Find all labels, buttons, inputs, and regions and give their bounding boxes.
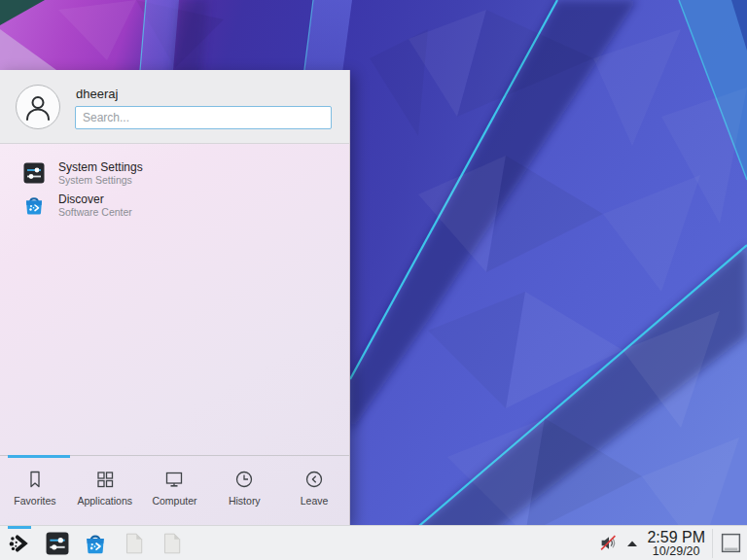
launcher-header: dheeraj xyxy=(0,70,349,144)
system-settings-icon xyxy=(23,162,45,184)
taskbar-system-settings-button[interactable] xyxy=(38,526,76,560)
system-tray xyxy=(599,534,638,552)
tab-label: Favorites xyxy=(14,495,55,507)
app-subtitle: Software Center xyxy=(58,206,132,218)
tab-label: Applications xyxy=(77,495,132,507)
launcher-results-list: System Settings System Settings xyxy=(0,144,349,455)
kickoff-icon xyxy=(8,532,31,555)
bookmark-icon xyxy=(24,469,46,490)
tab-label: Computer xyxy=(152,495,196,507)
search-input[interactable] xyxy=(75,106,332,129)
tray-expander-chevron-up-icon[interactable] xyxy=(626,540,638,547)
application-launcher-menu: dheeraj System Settings System xyxy=(0,70,350,525)
monitor-icon xyxy=(163,469,185,490)
user-icon xyxy=(22,91,53,122)
clock-icon xyxy=(233,469,255,490)
tab-label: History xyxy=(229,495,261,507)
system-settings-icon xyxy=(46,532,69,555)
app-grid-icon xyxy=(94,469,116,490)
app-title: System Settings xyxy=(58,160,143,174)
panel-divider xyxy=(712,529,713,558)
tab-label: Leave xyxy=(301,495,329,507)
tab-computer[interactable]: Computer xyxy=(140,456,210,525)
digital-clock[interactable]: 2:59 PM 10/29/20 xyxy=(647,529,705,558)
tab-favorites[interactable]: Favorites xyxy=(0,456,70,525)
application-launcher-button[interactable] xyxy=(0,526,38,560)
clock-time: 2:59 PM xyxy=(647,529,705,545)
taskbar-document-button[interactable] xyxy=(152,526,190,560)
list-item-system-settings[interactable]: System Settings System Settings xyxy=(0,157,349,189)
leave-icon xyxy=(303,469,325,490)
user-avatar[interactable] xyxy=(16,85,60,129)
discover-icon xyxy=(84,532,107,555)
tab-history[interactable]: History xyxy=(209,456,279,525)
app-subtitle: System Settings xyxy=(58,174,143,186)
user-name: dheeraj xyxy=(76,87,332,102)
clock-date: 10/29/20 xyxy=(653,545,700,558)
active-tab-indicator xyxy=(8,455,70,458)
desktop: dheeraj System Settings System xyxy=(0,0,747,560)
document-icon xyxy=(160,532,182,555)
document-icon xyxy=(123,532,144,555)
discover-icon xyxy=(23,194,45,216)
tab-applications[interactable]: Applications xyxy=(70,456,140,525)
active-task-indicator xyxy=(8,526,31,529)
show-desktop-button[interactable] xyxy=(718,526,743,560)
taskbar-document-button[interactable] xyxy=(114,526,152,560)
tab-leave[interactable]: Leave xyxy=(279,456,349,525)
volume-muted-icon[interactable] xyxy=(599,534,618,552)
show-desktop-icon xyxy=(721,532,741,554)
taskbar-discover-button[interactable] xyxy=(76,526,114,560)
launcher-tabbar: Favorites Applications Computer xyxy=(0,455,349,525)
list-item-discover[interactable]: Discover Software Center xyxy=(0,189,349,221)
taskbar-panel: 2:59 PM 10/29/20 xyxy=(0,525,747,560)
app-title: Discover xyxy=(58,192,132,206)
